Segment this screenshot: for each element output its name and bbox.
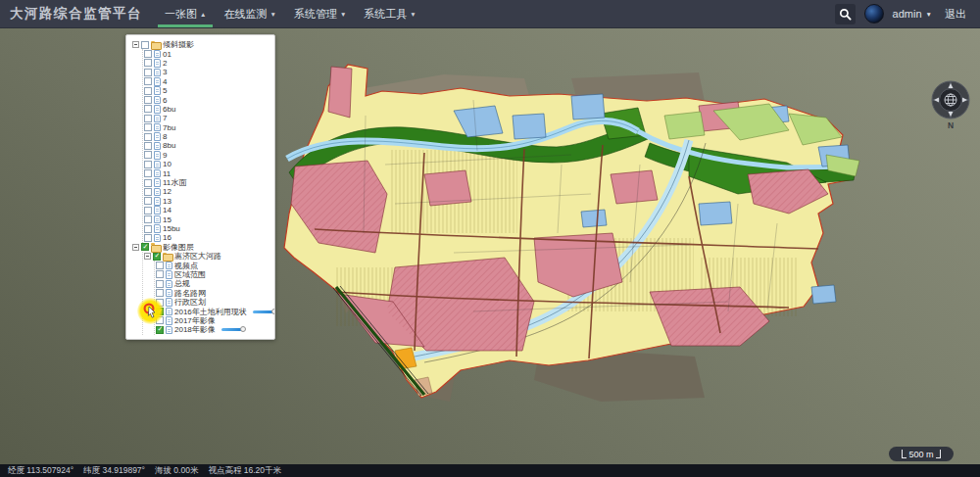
layer-checkbox[interactable] [141, 41, 149, 49]
tree-node[interactable]: 15 [144, 215, 274, 223]
opacity-slider[interactable] [253, 310, 274, 313]
layer-label[interactable]: 7bu [163, 123, 175, 132]
layer-label[interactable]: 区域范围 [174, 270, 206, 279]
top-menu-item-2[interactable]: 系统管理▼ [285, 0, 355, 27]
layer-checkbox[interactable] [144, 59, 152, 67]
layer-checkbox[interactable] [144, 69, 152, 76]
layer-checkbox[interactable] [156, 308, 164, 315]
layer-label[interactable]: 2018年影像 [174, 325, 216, 334]
tree-node[interactable]: 影像图层 [132, 243, 274, 252]
tree-node[interactable]: 12 [144, 187, 274, 196]
tree-node[interactable]: 路名路网 [156, 289, 274, 298]
tree-node[interactable]: 14 [144, 206, 274, 215]
layer-label[interactable]: 14 [163, 206, 172, 215]
layer-label[interactable]: 8 [163, 132, 167, 141]
layer-label[interactable]: 13 [163, 197, 172, 206]
layer-label[interactable]: 7 [163, 114, 167, 122]
layer-checkbox[interactable] [144, 50, 152, 58]
tree-node[interactable]: 区域范围 [156, 270, 274, 279]
tree-node[interactable]: 9 [144, 151, 274, 160]
tree-node[interactable]: 6 [144, 95, 274, 104]
layer-checkbox[interactable] [144, 197, 152, 205]
layer-label[interactable]: 16 [163, 233, 172, 242]
collapse-icon[interactable] [132, 41, 139, 48]
layer-label[interactable]: 8bu [163, 141, 175, 150]
tree-node[interactable]: 7 [144, 114, 274, 122]
tree-node[interactable]: 行政区划 [156, 298, 274, 307]
tree-node[interactable]: 7bu [144, 123, 274, 132]
search-button[interactable] [835, 4, 856, 24]
tree-node[interactable]: 2017年影像 [156, 316, 274, 325]
top-menu-item-1[interactable]: 在线监测▼ [215, 0, 284, 27]
layer-checkbox[interactable] [156, 289, 164, 297]
layer-label[interactable]: 总规 [174, 279, 190, 288]
layer-checkbox[interactable] [144, 207, 152, 215]
slider-handle[interactable] [271, 309, 275, 314]
layer-label[interactable]: 路名路网 [174, 289, 206, 298]
layer-label[interactable]: 11水面 [163, 178, 186, 187]
collapse-icon[interactable] [144, 253, 151, 260]
tree-node[interactable]: 4 [144, 77, 274, 86]
layer-label[interactable]: 15bu [163, 224, 180, 233]
layer-checkbox[interactable] [144, 123, 152, 131]
collapse-icon[interactable] [132, 244, 139, 251]
layer-checkbox[interactable] [144, 96, 152, 104]
top-menu-item-3[interactable]: 系统工具▼ [355, 0, 424, 27]
tree-node[interactable]: 11水面 [144, 178, 274, 187]
layer-checkbox[interactable] [156, 326, 164, 334]
tree-node[interactable]: 2 [144, 59, 274, 68]
layer-checkbox[interactable] [156, 299, 164, 307]
opacity-slider[interactable] [221, 328, 243, 331]
tree-node[interactable]: 15bu [144, 224, 274, 233]
layer-label[interactable]: 6 [163, 96, 167, 105]
layer-label[interactable]: 行政区划 [174, 298, 206, 307]
layer-checkbox[interactable] [144, 179, 152, 187]
tree-node[interactable]: 8 [144, 132, 274, 141]
layer-checkbox[interactable] [156, 280, 164, 288]
tree-node[interactable]: 总规 [156, 279, 274, 288]
layer-label[interactable]: 01 [163, 50, 172, 59]
layer-checkbox[interactable] [156, 316, 164, 324]
tree-node[interactable]: 8bu [144, 141, 274, 150]
logout-button[interactable]: 退出 [945, 7, 966, 22]
layer-label[interactable]: 2017年影像 [174, 316, 216, 325]
layer-label[interactable]: 视频点 [174, 262, 198, 270]
layer-label[interactable]: 2016年土地利用现状 [174, 308, 247, 316]
layer-label[interactable]: 影像图层 [163, 243, 194, 252]
layer-checkbox[interactable] [144, 87, 152, 95]
tree-node[interactable]: 2018年影像 [156, 325, 274, 334]
layer-checkbox[interactable] [144, 151, 152, 159]
tree-node[interactable]: 6bu [144, 105, 274, 114]
layer-label[interactable]: 倾斜摄影 [163, 40, 194, 49]
layer-label[interactable]: 15 [163, 215, 172, 224]
compass-widget[interactable]: N [930, 79, 971, 132]
layer-checkbox[interactable] [144, 161, 152, 168]
user-avatar[interactable] [864, 4, 884, 24]
layer-checkbox[interactable] [144, 142, 152, 150]
layer-label[interactable]: 3 [163, 68, 167, 76]
tree-node[interactable]: 11 [144, 168, 274, 177]
tree-node[interactable]: 惠济区大河路 [144, 252, 274, 261]
layer-checkbox[interactable] [144, 169, 152, 177]
layer-checkbox[interactable] [153, 253, 161, 261]
layer-checkbox[interactable] [156, 262, 164, 269]
layer-checkbox[interactable] [144, 105, 152, 113]
layer-label[interactable]: 6bu [163, 105, 175, 114]
layer-label[interactable]: 10 [163, 160, 172, 168]
layer-label[interactable]: 12 [163, 187, 172, 196]
top-menu-item-0[interactable]: 一张图▲ [156, 0, 215, 27]
layer-checkbox[interactable] [141, 243, 149, 251]
tree-node[interactable]: 5 [144, 86, 274, 95]
layer-checkbox[interactable] [144, 77, 152, 85]
layer-label[interactable]: 9 [163, 151, 167, 160]
layer-label[interactable]: 11 [163, 169, 171, 178]
layer-label[interactable]: 2 [163, 59, 167, 68]
layer-checkbox[interactable] [144, 133, 152, 141]
tree-node[interactable]: 01 [144, 49, 274, 58]
layer-checkbox[interactable] [144, 188, 152, 196]
tree-node[interactable]: 2016年土地利用现状 [156, 307, 274, 315]
layer-checkbox[interactable] [144, 225, 152, 233]
user-menu[interactable]: admin ▼ [893, 8, 932, 20]
tree-node[interactable]: 13 [144, 197, 274, 206]
layer-label[interactable]: 5 [163, 86, 167, 95]
